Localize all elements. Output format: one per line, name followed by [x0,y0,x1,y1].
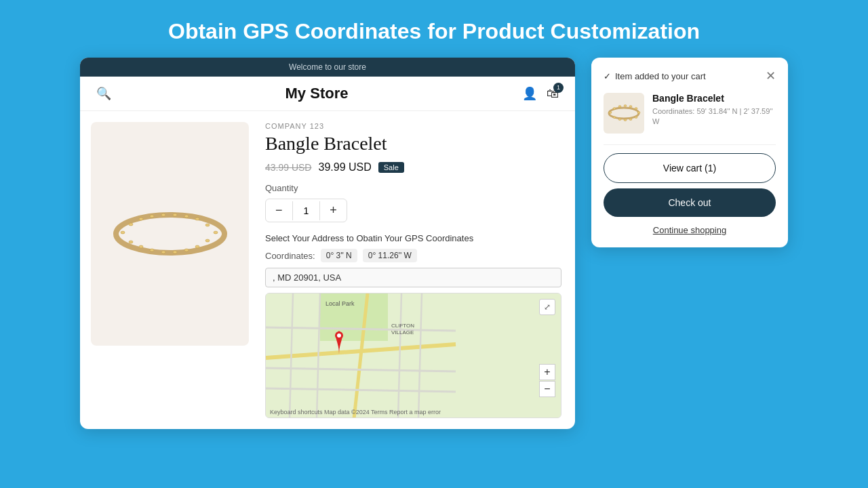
map-zoom-controls: + − [539,364,555,397]
svg-text:VILLAGE: VILLAGE [391,329,414,336]
svg-point-3 [139,218,143,220]
svg-point-40 [635,108,637,110]
cart-icon[interactable]: 🛍 1 [547,87,559,101]
search-icon[interactable]: 🔍 [96,86,111,101]
svg-point-15 [161,251,165,253]
svg-point-43 [629,119,632,121]
svg-point-1 [121,231,125,234]
store-content: COMPANY 123 Bangle Bracelet 43.99 USD 39… [80,111,575,429]
quantity-value: 1 [292,201,321,220]
quantity-control: − 1 + [265,199,347,222]
svg-line-27 [398,293,401,418]
page-title: Obtain GPS Coordinates for Product Custo… [141,0,727,58]
address-section-label: Select Your Address to Obatin Your GPS C… [265,233,561,243]
cart-item-coords: Coordinates: 59' 31.84'' N | 2' 37.59'' … [652,106,776,127]
price-original: 43.99 USD [265,162,311,173]
map-footer: Keyboard shortcuts Map data ©2024 Terms … [270,409,441,415]
continue-shopping-button[interactable]: Continue shopping [604,225,776,235]
bracelet-visual [102,166,238,302]
svg-point-44 [624,119,627,121]
quantity-decrease-button[interactable]: − [266,199,292,222]
svg-point-14 [173,251,177,253]
svg-point-10 [214,231,218,234]
svg-point-8 [195,218,199,220]
svg-point-2 [129,223,133,226]
checkout-button[interactable]: Check out [604,188,776,217]
store-topbar: Welcome to our store [80,58,575,77]
cart-item-info: Bangle Bracelet Coordinates: 59' 31.84''… [652,93,776,127]
map-container[interactable]: Local Park CLIFTON VILLAGE ⤢ [265,293,561,418]
map-zoom-in-button[interactable]: + [539,364,555,380]
price-row: 43.99 USD 39.99 USD Sale [265,161,561,174]
price-sale: 39.99 USD [318,161,371,174]
svg-point-35 [609,112,612,114]
svg-point-12 [195,245,199,248]
added-text: Item added to your cart [615,71,706,81]
svg-point-33 [337,333,341,338]
svg-point-4 [150,215,154,218]
quantity-label: Quantity [265,183,561,193]
svg-point-9 [205,224,210,226]
quantity-increase-button[interactable]: + [320,199,347,222]
svg-point-38 [624,105,627,107]
store-name: My Store [285,85,349,102]
coordinates-label: Coordinates: [265,251,315,261]
product-title: Bangle Bracelet [265,133,561,155]
svg-line-24 [266,388,456,392]
cart-popup-header: ✓ Item added to your cart ✕ [604,70,776,82]
close-popup-button[interactable]: ✕ [766,70,776,82]
map-expand-button[interactable]: ⤢ [539,299,555,315]
map-background: Local Park CLIFTON VILLAGE ⤢ [266,293,561,418]
added-to-cart-message: ✓ Item added to your cart [604,71,706,81]
svg-point-0 [116,215,224,253]
svg-point-18 [129,241,133,243]
cart-badge: 1 [553,83,564,93]
topbar-text: Welcome to our store [289,62,366,72]
svg-point-11 [205,239,210,242]
svg-point-39 [629,106,632,108]
cart-popup: ✓ Item added to your cart ✕ [591,58,788,247]
svg-point-16 [150,249,154,251]
svg-point-36 [613,108,616,110]
address-input[interactable] [265,268,561,287]
svg-text:CLIFTON: CLIFTON [391,323,414,329]
store-window: Welcome to our store 🔍 My Store 👤 🛍 1 [80,58,575,429]
expand-icon: ⤢ [544,302,551,312]
svg-point-13 [184,249,189,251]
svg-point-46 [613,117,616,119]
svg-point-41 [637,112,640,114]
cart-divider [604,144,776,145]
cart-item: Bangle Bracelet Coordinates: 59' 31.84''… [604,93,776,134]
view-cart-button[interactable]: View cart (1) [604,153,776,183]
store-header: 🔍 My Store 👤 🛍 1 [80,77,575,111]
user-icon[interactable]: 👤 [522,86,537,101]
svg-point-42 [635,117,637,119]
product-image [91,122,249,346]
coord-lng: 0° 11.26'' W [363,249,417,262]
header-icons: 👤 🛍 1 [522,86,559,101]
product-image-area [80,111,260,429]
cart-item-name: Bangle Bracelet [652,93,776,104]
map-zoom-out-button[interactable]: − [539,381,555,397]
svg-text:Local Park: Local Park [326,300,355,307]
svg-point-17 [139,245,143,248]
svg-point-45 [618,119,621,121]
check-icon: ✓ [604,71,611,81]
svg-point-7 [184,215,189,218]
svg-point-37 [618,106,621,108]
svg-point-5 [161,214,165,216]
product-details: COMPANY 123 Bangle Bracelet 43.99 USD 39… [260,111,575,429]
svg-line-28 [418,293,422,418]
coordinates-row: Coordinates: 0° 3'' N 0° 11.26'' W [265,249,561,262]
sale-badge: Sale [378,162,404,173]
cart-item-image [604,93,644,134]
coord-lat: 0° 3'' N [321,249,357,262]
svg-point-6 [173,214,177,216]
company-name: COMPANY 123 [265,122,561,130]
